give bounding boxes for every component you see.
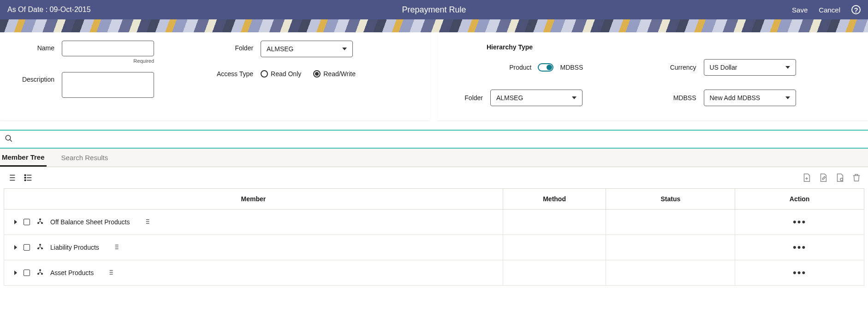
right-folder-value: ALMSEG <box>496 94 523 102</box>
mdbss-select[interactable]: New Add MDBSS <box>704 90 796 106</box>
hierarchy-icon <box>36 218 44 227</box>
hierarchy-type-heading: Hierarchy Type <box>487 43 857 51</box>
svg-line-1 <box>10 139 12 142</box>
row-actions-menu[interactable]: ••• <box>740 267 859 279</box>
description-input[interactable] <box>62 72 154 98</box>
col-header-action: Action <box>735 189 864 210</box>
search-bar[interactable] <box>0 130 868 149</box>
hierarchy-toggle[interactable] <box>538 63 553 72</box>
name-input[interactable] <box>62 41 154 56</box>
access-readonly-option[interactable]: Read Only <box>261 70 301 78</box>
collapse-all-icon[interactable] <box>23 173 33 183</box>
table-row: Off Balance Sheet Products ••• <box>4 210 864 235</box>
toggle-label-product: Product <box>509 64 531 71</box>
svg-point-26 <box>39 244 41 246</box>
tab-search-results[interactable]: Search Results <box>59 149 110 167</box>
expand-caret-icon[interactable] <box>14 245 17 250</box>
access-readonly-label: Read Only <box>271 70 301 78</box>
left-card: Name Required Description Folder <box>0 32 430 120</box>
right-card: Hierarchy Type Product MDBSS Currency US… <box>438 32 868 120</box>
name-label: Name <box>11 41 62 52</box>
expand-caret-icon[interactable] <box>14 220 17 224</box>
page-title: Prepayment Rule <box>402 5 466 15</box>
tabbar: Member Tree Search Results <box>0 149 868 167</box>
header-bar: As Of Date : 09-Oct-2015 Prepayment Rule… <box>0 0 868 19</box>
folder-select[interactable]: ALMSEG <box>261 41 353 57</box>
details-icon[interactable] <box>143 218 151 226</box>
member-table: Member Method Status Action Off Balance … <box>4 188 864 286</box>
save-button[interactable]: Save <box>792 6 808 14</box>
caret-down-icon <box>342 48 347 50</box>
folder-label: Folder <box>210 41 261 52</box>
col-header-method: Method <box>503 189 606 210</box>
currency-select[interactable]: US Dollar <box>704 59 796 76</box>
svg-point-10 <box>24 177 26 179</box>
caret-down-icon <box>785 66 790 69</box>
details-icon[interactable] <box>107 269 115 277</box>
row-actions-menu[interactable]: ••• <box>740 216 859 228</box>
help-icon[interactable]: ? <box>851 5 861 14</box>
edit-file-icon[interactable] <box>818 173 828 183</box>
row-checkbox[interactable] <box>24 219 30 225</box>
col-header-member: Member <box>4 189 503 210</box>
member-label: Asset Products <box>50 269 94 276</box>
right-folder-select[interactable]: ALMSEG <box>490 90 583 106</box>
svg-point-17 <box>39 218 41 220</box>
delete-icon[interactable] <box>851 173 862 183</box>
mdbss-value: New Add MDBSS <box>710 94 761 102</box>
required-hint: Required <box>62 58 154 64</box>
access-type-label: Access Type <box>210 70 261 78</box>
access-readwrite-label: Read/Write <box>323 70 356 78</box>
decor-strip <box>0 19 868 32</box>
svg-point-16 <box>840 178 843 181</box>
svg-point-0 <box>6 135 11 140</box>
member-label: Off Balance Sheet Products <box>50 218 130 226</box>
member-label: Liability Products <box>50 244 99 251</box>
hierarchy-icon <box>36 269 44 277</box>
hierarchy-icon <box>36 243 44 252</box>
tab-member-tree[interactable]: Member Tree <box>0 149 47 167</box>
caret-down-icon <box>572 96 577 99</box>
access-readwrite-option[interactable]: Read/Write <box>313 70 356 78</box>
radio-icon <box>261 70 268 78</box>
currency-value: US Dollar <box>710 64 737 71</box>
folder-value: ALMSEG <box>267 45 293 53</box>
right-folder-label: Folder <box>449 94 490 102</box>
copy-file-icon[interactable] <box>835 173 845 183</box>
row-checkbox[interactable] <box>24 244 30 251</box>
svg-point-35 <box>39 269 41 271</box>
radio-checked-icon <box>313 70 321 78</box>
toolbar <box>0 167 868 188</box>
toggle-label-mdbss: MDBSS <box>560 64 583 71</box>
caret-down-icon <box>785 96 790 99</box>
search-icon <box>5 134 13 144</box>
svg-point-12 <box>24 180 26 181</box>
expand-all-icon[interactable] <box>6 173 17 183</box>
expand-caret-icon[interactable] <box>14 270 17 275</box>
cancel-button[interactable]: Cancel <box>819 6 840 14</box>
row-actions-menu[interactable]: ••• <box>740 241 859 253</box>
table-row: Asset Products ••• <box>4 260 864 286</box>
table-row: Liability Products ••• <box>4 235 864 260</box>
description-label: Description <box>11 72 62 83</box>
currency-label: Currency <box>662 64 704 71</box>
row-checkbox[interactable] <box>24 270 30 276</box>
svg-point-8 <box>24 174 26 176</box>
mdbss-label: MDBSS <box>662 94 704 102</box>
details-icon[interactable] <box>112 244 120 252</box>
add-file-icon[interactable] <box>802 173 812 183</box>
col-header-status: Status <box>606 189 735 210</box>
as-of-date: As Of Date : 09-Oct-2015 <box>7 6 91 14</box>
